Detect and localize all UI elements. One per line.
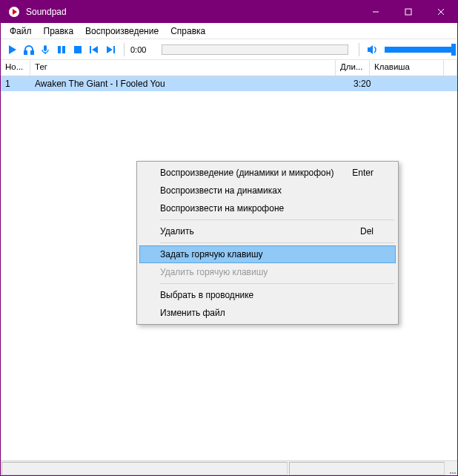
skip-back-icon[interactable] xyxy=(87,42,102,57)
menu-item-label: Воспроизведение (динамики и микрофон) xyxy=(160,168,333,178)
titlebar[interactable]: Soundpad xyxy=(1,1,457,23)
headphones-icon[interactable] xyxy=(21,42,36,57)
toolbar-separator xyxy=(124,43,125,56)
status-pane xyxy=(289,462,445,475)
menu-item-shortcut: Enter xyxy=(352,168,374,178)
col-hotkey[interactable]: Клавиша xyxy=(370,60,444,76)
menu-play-speakers[interactable]: Воспроизвести на динамиках xyxy=(139,182,396,199)
resize-grip-icon[interactable] xyxy=(445,461,457,475)
stop-icon[interactable] xyxy=(70,42,85,57)
svg-rect-11 xyxy=(58,46,61,53)
menu-playback[interactable]: Воспроизведение xyxy=(79,24,165,38)
app-window: Soundpad Файл Правка Воспроизведение Спр… xyxy=(0,0,458,476)
volume-thumb[interactable] xyxy=(451,44,456,56)
svg-rect-17 xyxy=(113,46,115,53)
col-number[interactable]: Но... xyxy=(1,60,30,76)
cell-tag: Awaken The Giant - I Fooled You xyxy=(30,79,349,89)
menu-help[interactable]: Справка xyxy=(165,24,211,38)
time-display: 0:00 xyxy=(130,45,156,54)
menu-edit-file[interactable]: Изменить файл xyxy=(139,304,396,322)
maximize-button[interactable] xyxy=(392,1,425,23)
cell-duration: 3:20 xyxy=(349,79,383,89)
menubar: Файл Правка Воспроизведение Справка xyxy=(1,23,457,39)
menu-item-label: Изменить файл xyxy=(160,308,225,318)
menu-separator xyxy=(160,219,394,220)
menu-separator xyxy=(160,283,394,284)
microphone-icon[interactable] xyxy=(38,42,53,57)
menu-item-label: Выбрать в проводнике xyxy=(160,290,253,300)
menu-item-label: Удалить горячую клавишу xyxy=(160,267,268,277)
volume-icon[interactable] xyxy=(365,42,380,57)
menu-item-label: Удалить xyxy=(160,226,194,237)
svg-marker-16 xyxy=(107,46,113,53)
app-icon xyxy=(7,4,21,19)
menu-item-label: Воспроизвести на динамиках xyxy=(160,185,282,196)
menu-play-microphone[interactable]: Воспроизвести на микрофоне xyxy=(139,199,396,217)
menu-file[interactable]: Файл xyxy=(4,24,38,38)
col-duration[interactable]: Дли... xyxy=(336,60,370,76)
menu-play-both[interactable]: Воспроизведение (динамики и микрофон) En… xyxy=(139,164,396,182)
status-pane xyxy=(1,462,288,475)
svg-marker-18 xyxy=(368,45,373,54)
statusbar xyxy=(1,460,457,475)
menu-item-label: Воспроизвести на микрофоне xyxy=(160,203,284,214)
svg-rect-13 xyxy=(74,46,82,53)
svg-rect-7 xyxy=(24,51,27,54)
close-button[interactable] xyxy=(425,1,457,23)
context-menu: Воспроизведение (динамики и микрофон) En… xyxy=(136,161,399,325)
svg-rect-14 xyxy=(90,46,91,53)
pause-icon[interactable] xyxy=(54,42,69,57)
svg-rect-9 xyxy=(44,45,47,51)
menu-item-label: Задать горячую клавишу xyxy=(160,249,263,260)
toolbar: 0:00 xyxy=(1,39,457,60)
svg-marker-15 xyxy=(92,46,98,53)
toolbar-separator xyxy=(359,43,359,56)
menu-edit[interactable]: Правка xyxy=(38,24,80,38)
table-row[interactable]: 1 Awaken The Giant - I Fooled You 3:20 xyxy=(1,76,457,91)
svg-marker-6 xyxy=(9,45,16,54)
volume-slider[interactable] xyxy=(385,47,453,53)
menu-remove-hotkey: Удалить горячую клавишу xyxy=(139,263,396,281)
cell-number: 1 xyxy=(1,79,30,89)
table-header: Но... Тег Дли... Клавиша xyxy=(1,60,457,76)
play-icon[interactable] xyxy=(5,42,20,57)
window-title: Soundpad xyxy=(26,7,359,17)
minimize-button[interactable] xyxy=(359,1,392,23)
menu-item-shortcut: Del xyxy=(360,226,374,237)
svg-rect-8 xyxy=(31,51,33,54)
menu-delete[interactable]: Удалить Del xyxy=(139,222,396,240)
col-spacer xyxy=(444,60,457,76)
skip-forward-icon[interactable] xyxy=(103,42,118,57)
menu-separator xyxy=(160,242,394,243)
col-tag[interactable]: Тег xyxy=(30,60,336,76)
svg-rect-3 xyxy=(405,9,411,15)
table-body: 1 Awaken The Giant - I Fooled You 3:20 В… xyxy=(1,76,457,460)
menu-reveal-explorer[interactable]: Выбрать в проводнике xyxy=(139,286,396,304)
menu-set-hotkey[interactable]: Задать горячую клавишу xyxy=(139,245,396,263)
seek-bar[interactable] xyxy=(162,44,348,55)
svg-rect-12 xyxy=(62,46,65,53)
